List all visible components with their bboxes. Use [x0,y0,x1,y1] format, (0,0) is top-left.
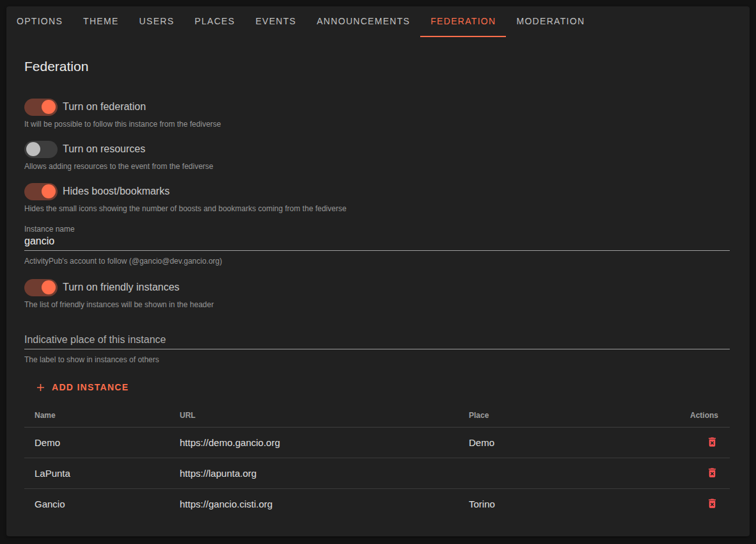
toggle-thumb [42,100,56,114]
toggle-thumb [42,184,56,198]
boost-toggle[interactable] [24,183,58,200]
delete-instance-button[interactable] [705,465,720,480]
instance-name-field: Instance name ActivityPub's account to f… [24,225,730,266]
federation-toggle-label: Turn on federation [63,101,146,113]
instance-url-cell: https://lapunta.org [169,458,459,488]
instances-table: Name URL Place Actions Demo https://demo… [24,404,730,519]
table-header-row: Name URL Place Actions [24,404,730,427]
instance-place-hint: The label to show in instances of others [24,355,730,364]
instance-name-cell: LaPunta [24,458,169,488]
add-instance-label: ADD INSTANCE [52,382,129,392]
admin-tabbar: OPTIONS THEME USERS PLACES EVENTS ANNOUN… [6,6,750,37]
instance-url-cell: https://gancio.cisti.org [169,488,459,519]
instance-name-cell: Demo [24,427,169,458]
federation-toggle-row: Turn on federation [24,98,730,116]
instance-place-cell [459,458,680,488]
resources-toggle-hint: Allows adding resources to the event fro… [24,162,730,171]
trash-icon [706,440,718,450]
tab-places[interactable]: PLACES [184,6,245,37]
instance-place-input[interactable] [24,332,730,349]
trash-icon [706,471,718,481]
trash-icon [706,502,718,511]
table-row: Demo https://demo.gancio.org Demo [24,427,730,458]
resources-toggle[interactable] [24,141,58,158]
tab-users[interactable]: USERS [129,6,185,37]
toggle-thumb [26,142,40,156]
instance-name-cell: Gancio [24,488,169,519]
page-title: Federation [24,59,730,74]
resources-toggle-row: Turn on resources [24,140,730,158]
instance-place-field: The label to show in instances of others [24,332,730,364]
tab-federation[interactable]: FEDERATION [420,6,506,37]
delete-instance-button[interactable] [705,435,720,449]
friendly-toggle-row: Turn on friendly instances [24,278,730,296]
table-row: LaPunta https://lapunta.org [24,458,730,488]
boost-toggle-row: Hides boost/bookmarks [24,182,730,200]
column-header-place: Place [459,404,680,427]
instance-name-input[interactable] [24,234,730,251]
instance-name-hint: ActivityPub's account to follow (@gancio… [24,257,730,266]
add-instance-button[interactable]: ADD INSTANCE [31,378,132,396]
boost-toggle-label: Hides boost/bookmarks [63,186,169,197]
column-header-url: URL [169,404,459,427]
federation-toggle[interactable] [24,99,58,116]
boost-toggle-hint: Hides the small icons showing the number… [24,204,730,213]
tab-moderation[interactable]: MODERATION [506,6,595,37]
admin-panel-card: OPTIONS THEME USERS PLACES EVENTS ANNOUN… [6,6,750,536]
toggle-thumb [42,280,56,294]
resources-toggle-label: Turn on resources [63,143,145,155]
friendly-toggle-hint: The list of friendly instances will be s… [24,300,730,309]
tab-events[interactable]: EVENTS [245,6,306,37]
table-row: Gancio https://gancio.cisti.org Torino [24,488,730,519]
instance-place-cell: Demo [459,427,680,458]
instance-place-cell: Torino [459,488,680,519]
instance-name-label: Instance name [24,225,730,234]
friendly-toggle-label: Turn on friendly instances [63,282,180,293]
tab-options[interactable]: OPTIONS [6,6,73,37]
delete-instance-button[interactable] [705,496,720,511]
federation-toggle-hint: It will be possible to follow this insta… [24,120,730,129]
column-header-actions: Actions [680,404,730,427]
tab-theme[interactable]: THEME [73,6,129,37]
column-header-name: Name [24,404,169,427]
tab-announcements[interactable]: ANNOUNCEMENTS [306,6,420,37]
plus-icon [35,381,47,394]
friendly-instances-toggle[interactable] [24,279,58,296]
instance-url-cell: https://demo.gancio.org [169,427,459,458]
